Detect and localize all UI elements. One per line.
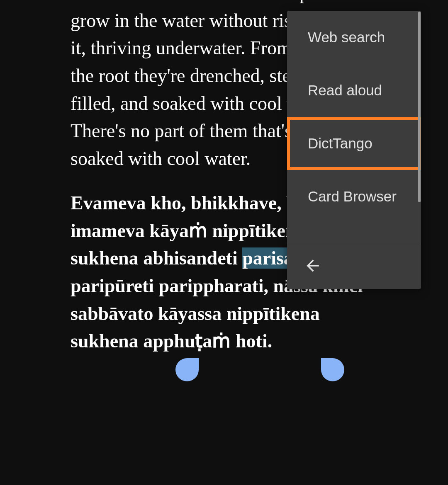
anki-card-menu-item[interactable]: Anki Card (287, 223, 421, 244)
menu-scrollbar[interactable] (418, 12, 421, 202)
selection-handle-start[interactable] (175, 358, 199, 381)
dicttango-menu-item[interactable]: DictTango (287, 117, 421, 170)
text-selection-context-menu: Web search Read aloud DictTango Card Bro… (287, 11, 421, 289)
web-search-menu-item[interactable]: Web search (287, 11, 421, 64)
selection-handle-end[interactable] (321, 358, 344, 381)
card-browser-menu-item[interactable]: Card Browser (287, 170, 421, 223)
back-arrow-icon (304, 257, 322, 275)
read-aloud-menu-item[interactable]: Read aloud (287, 64, 421, 117)
back-button[interactable] (287, 244, 421, 289)
